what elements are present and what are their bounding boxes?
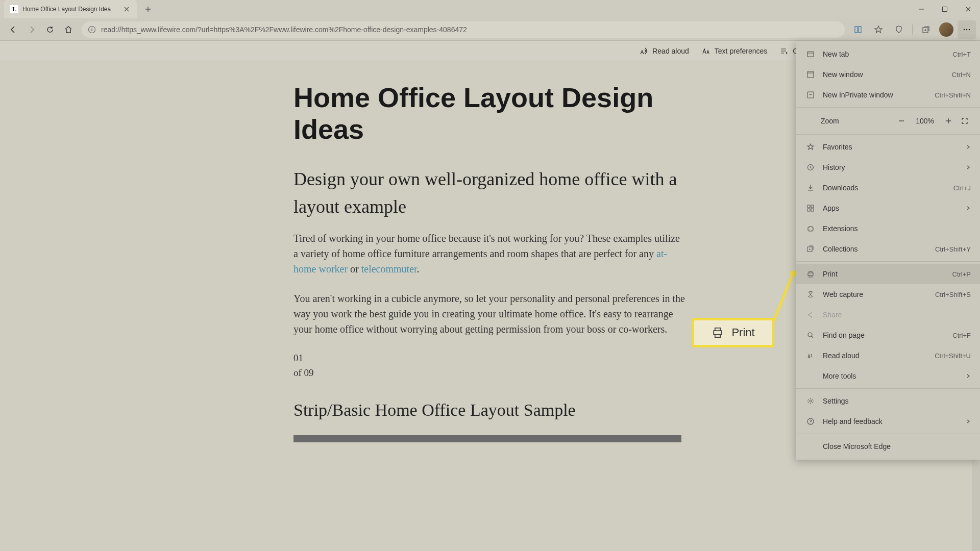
address-bar[interactable]: read://https_www.lifewire.com/?url=https… [82, 21, 845, 38]
zoom-in-button[interactable] [940, 113, 957, 129]
article-title: Home Office Layout Design Ideas [293, 82, 687, 145]
fullscreen-icon [961, 117, 968, 124]
menu-extensions[interactable]: Extensions [796, 218, 980, 239]
maximize-button[interactable] [933, 0, 957, 18]
forward-button[interactable] [22, 20, 41, 39]
settings-menu-button[interactable] [958, 20, 976, 39]
chevron-right-icon [966, 373, 971, 379]
share-icon [805, 311, 816, 319]
plus-icon [945, 117, 952, 124]
star-icon [874, 25, 883, 34]
star-icon [805, 143, 816, 151]
profile-button[interactable] [937, 20, 955, 39]
article-subtitle: Design your own well-organized home offi… [293, 165, 687, 220]
zoom-value: 100% [916, 117, 934, 125]
tab-favicon: L [10, 5, 18, 13]
menu-share: Share [796, 305, 980, 325]
refresh-button[interactable] [41, 20, 59, 39]
article-paragraph-1: Tired of working in your home office bec… [293, 231, 687, 277]
minimize-icon [918, 6, 924, 12]
tracking-prevention-button[interactable] [890, 20, 908, 39]
collections-button[interactable] [917, 20, 935, 39]
menu-web-capture[interactable]: Web capture Ctrl+Shift+S [796, 284, 980, 305]
menu-favorites[interactable]: Favorites [796, 137, 980, 157]
annotation-line [772, 273, 793, 326]
print-icon [711, 326, 724, 339]
collections-icon [805, 245, 816, 253]
back-button[interactable] [4, 20, 22, 39]
zoom-out-button[interactable] [893, 113, 910, 129]
svg-rect-8 [807, 52, 814, 57]
tab-title: Home Office Layout Design Idea [22, 6, 118, 13]
menu-more-tools[interactable]: More tools [796, 366, 980, 386]
menu-new-inprivate[interactable]: New InPrivate window Ctrl+Shift+N [796, 85, 980, 105]
menu-separator [796, 261, 980, 262]
history-icon [805, 163, 816, 171]
annotation-dot [790, 270, 796, 277]
menu-close-edge[interactable]: Close Microsoft Edge [796, 436, 980, 457]
read-aloud-icon [805, 352, 816, 360]
refresh-icon [45, 25, 55, 34]
svg-rect-9 [807, 71, 814, 78]
avatar [939, 22, 953, 37]
read-aloud-button[interactable]: Read aloud [639, 46, 689, 56]
article-paragraph-2: You aren't working in a cubicle anymore,… [293, 291, 687, 337]
fullscreen-button[interactable] [957, 113, 973, 129]
link-telecommuter[interactable]: telecommuter [361, 263, 417, 274]
menu-find-on-page[interactable]: Find on page Ctrl+F [796, 325, 980, 345]
menu-collections[interactable]: Collections Ctrl+Shift+Y [796, 239, 980, 259]
menu-print[interactable]: Print Ctrl+P [796, 264, 980, 284]
menu-apps[interactable]: Apps [796, 198, 980, 218]
chevron-right-icon [966, 419, 971, 424]
shield-icon [894, 25, 903, 34]
search-icon [805, 331, 816, 339]
window-controls [910, 0, 980, 18]
menu-zoom-row: Zoom 100% [796, 110, 980, 132]
menu-separator [796, 434, 980, 434]
reader-mode-button[interactable] [849, 20, 867, 39]
browser-tab[interactable]: L Home Office Layout Design Idea [4, 0, 137, 18]
menu-settings[interactable]: Settings [796, 391, 980, 411]
extensions-icon [805, 224, 816, 233]
close-window-button[interactable] [957, 0, 980, 18]
inprivate-icon [805, 91, 816, 99]
svg-rect-12 [807, 205, 810, 208]
menu-new-tab[interactable]: New tab Ctrl+T [796, 44, 980, 64]
menu-history[interactable]: History [796, 157, 980, 178]
svg-point-17 [808, 333, 812, 337]
collections-icon [921, 25, 930, 34]
text-preferences-button[interactable]: Text preferences [701, 46, 768, 56]
maximize-icon [942, 6, 948, 12]
annotation-callout: Print [692, 318, 774, 347]
read-aloud-icon [639, 46, 648, 56]
tab-close-button[interactable] [122, 5, 131, 13]
menu-help[interactable]: Help and feedback [796, 411, 980, 432]
arrow-right-icon [27, 25, 36, 34]
new-tab-button[interactable] [141, 2, 155, 16]
svg-rect-13 [811, 205, 814, 208]
menu-new-window[interactable]: New window Ctrl+N [796, 64, 980, 85]
section-heading: Strip/Basic Home Office Layout Sample [293, 400, 687, 420]
minus-icon [898, 117, 905, 124]
gear-icon [805, 397, 816, 405]
favorites-button[interactable] [869, 20, 888, 39]
text-preferences-label: Text preferences [715, 47, 768, 55]
minimize-button[interactable] [910, 0, 933, 18]
close-icon [124, 7, 129, 12]
site-info-icon[interactable] [88, 26, 96, 34]
web-capture-icon [805, 290, 816, 298]
close-icon [965, 6, 971, 12]
menu-read-aloud[interactable]: Read aloud Ctrl+Shift+U [796, 345, 980, 366]
home-icon [64, 25, 73, 34]
menu-separator [796, 107, 980, 108]
svg-point-20 [810, 422, 811, 423]
new-tab-icon [805, 50, 816, 58]
svg-point-5 [966, 29, 968, 30]
home-button[interactable] [59, 20, 78, 39]
menu-downloads[interactable]: Downloads Ctrl+J [796, 178, 980, 198]
zoom-label: Zoom [821, 117, 893, 125]
page-counter-current: 01 [293, 351, 687, 366]
menu-separator [796, 134, 980, 135]
more-icon [962, 25, 971, 34]
svg-point-6 [969, 29, 970, 30]
